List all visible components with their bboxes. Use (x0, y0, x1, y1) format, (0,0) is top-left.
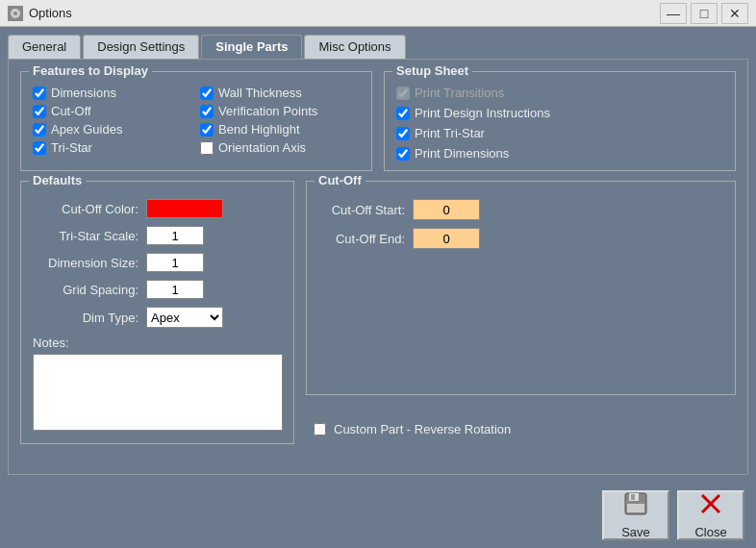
wall-thickness-item: Wall Thickness (200, 86, 360, 100)
tri-star-item: Tri-Star (33, 140, 192, 155)
custom-part-checkbox[interactable] (314, 423, 326, 436)
wall-thickness-label: Wall Thickness (218, 86, 302, 100)
setup-group: Setup Sheet Print Transitions Print Desi… (384, 71, 736, 171)
dim-type-label: Dim Type: (33, 311, 139, 325)
title-bar: Options — □ ✕ (0, 0, 756, 27)
features-group: Features to Display Dimensions Wall Thic… (20, 71, 372, 171)
save-icon (623, 491, 648, 522)
tab-general[interactable]: General (8, 35, 81, 59)
grid-spacing-label: Grid Spacing: (33, 283, 139, 297)
cut-off-label: Cut-Off (51, 104, 91, 118)
main-window: Options — □ ✕ General Design Settings Si… (0, 0, 756, 548)
save-button[interactable]: Save (602, 490, 669, 540)
setup-legend: Setup Sheet (392, 63, 472, 78)
features-legend: Features to Display (29, 63, 152, 78)
print-transitions-label: Print Transitions (415, 86, 504, 100)
middle-row: Defaults Cut-Off Color: Tri-Star Scale: … (20, 181, 736, 444)
main-panel: Features to Display Dimensions Wall Thic… (8, 59, 748, 475)
print-transitions-checkbox[interactable] (396, 87, 410, 100)
cutoff-start-row: Cut-Off Start: (318, 199, 723, 220)
apex-guides-checkbox[interactable] (33, 123, 46, 137)
tri-star-checkbox[interactable] (33, 141, 46, 155)
dim-type-select[interactable]: Apex Standard Custom (146, 307, 223, 328)
print-tri-star-label: Print Tri-Star (415, 126, 485, 140)
cutoff-group: Cut-Off Cut-Off Start: Cut-Off End: (306, 181, 736, 395)
window-title: Options (29, 6, 660, 20)
tab-design-settings[interactable]: Design Settings (83, 35, 199, 59)
maximize-button[interactable]: □ (691, 3, 718, 24)
orientation-axis-checkbox[interactable] (200, 141, 214, 155)
cut-off-color-swatch[interactable] (146, 199, 223, 218)
notes-textarea[interactable] (33, 354, 283, 431)
defaults-legend: Defaults (29, 173, 86, 187)
wall-thickness-checkbox[interactable] (200, 87, 214, 100)
svg-rect-6 (627, 504, 644, 512)
cut-off-checkbox[interactable] (33, 105, 46, 118)
content-area: General Design Settings Single Parts Mis… (0, 27, 756, 483)
close-button[interactable]: Close (677, 490, 744, 540)
print-dimensions-checkbox[interactable] (396, 147, 410, 161)
orientation-axis-item: Orientation Axis (200, 140, 360, 155)
bend-highlight-label: Bend Highlight (218, 122, 300, 137)
verification-points-label: Verification Points (218, 104, 317, 118)
print-transitions-item: Print Transitions (396, 86, 723, 100)
cutoff-end-label: Cut-Off End: (318, 232, 405, 246)
svg-point-2 (13, 12, 17, 15)
features-checkbox-grid: Dimensions Wall Thickness Cut-Off V (33, 86, 360, 155)
bend-highlight-checkbox[interactable] (200, 123, 214, 137)
grid-spacing-row: Grid Spacing: (33, 280, 282, 299)
window-icon (8, 6, 23, 21)
dimension-size-label: Dimension Size: (33, 256, 139, 270)
cut-off-item: Cut-Off (33, 104, 192, 118)
grid-spacing-input[interactable] (146, 280, 204, 299)
print-design-instructions-label: Print Design Instructions (415, 106, 550, 120)
cutoff-end-row: Cut-Off End: (318, 228, 723, 249)
dimensions-label: Dimensions (51, 86, 116, 100)
tri-star-scale-input[interactable] (146, 226, 204, 245)
window-close-button[interactable]: ✕ (721, 3, 748, 24)
orientation-axis-label: Orientation Axis (218, 140, 306, 155)
verification-points-checkbox[interactable] (200, 105, 214, 118)
print-tri-star-checkbox[interactable] (396, 127, 410, 140)
print-dimensions-item: Print Dimensions (396, 146, 723, 161)
bend-highlight-item: Bend Highlight (200, 122, 360, 137)
tri-star-scale-row: Tri-Star Scale: (33, 226, 282, 245)
bottom-bar: Save Close (0, 483, 756, 548)
notes-section: Notes: (33, 336, 282, 434)
verification-points-item: Verification Points (200, 104, 360, 118)
minimize-button[interactable]: — (660, 3, 687, 24)
close-label: Close (694, 525, 726, 539)
close-icon (698, 491, 723, 522)
custom-part-label: Custom Part - Reverse Rotation (334, 422, 511, 436)
print-dimensions-label: Print Dimensions (415, 146, 509, 161)
dim-type-row: Dim Type: Apex Standard Custom (33, 307, 282, 328)
cutoff-end-input[interactable] (413, 228, 480, 249)
dimension-size-row: Dimension Size: (33, 253, 282, 272)
cut-off-color-row: Cut-Off Color: (33, 199, 282, 218)
defaults-group: Defaults Cut-Off Color: Tri-Star Scale: … (20, 181, 294, 444)
dimensions-item: Dimensions (33, 86, 192, 100)
cut-off-color-label: Cut-Off Color: (33, 202, 139, 216)
cutoff-start-input[interactable] (413, 199, 480, 220)
tri-star-label: Tri-Star (51, 140, 92, 155)
top-row: Features to Display Dimensions Wall Thic… (20, 71, 736, 171)
tri-star-scale-label: Tri-Star Scale: (33, 229, 139, 243)
right-col: Cut-Off Cut-Off Start: Cut-Off End: (306, 181, 736, 444)
save-label: Save (621, 525, 650, 539)
tab-bar: General Design Settings Single Parts Mis… (8, 35, 748, 59)
tab-single-parts[interactable]: Single Parts (201, 35, 302, 59)
svg-rect-5 (631, 494, 635, 500)
custom-part-row: Custom Part - Reverse Rotation (306, 414, 736, 444)
apex-guides-label: Apex Guides (51, 122, 122, 137)
cutoff-start-label: Cut-Off Start: (318, 203, 405, 217)
cutoff-legend: Cut-Off (315, 173, 365, 187)
print-tri-star-item: Print Tri-Star (396, 126, 723, 140)
dimension-size-input[interactable] (146, 253, 204, 272)
apex-guides-item: Apex Guides (33, 122, 192, 137)
window-controls: — □ ✕ (660, 3, 748, 24)
tab-misc-options[interactable]: Misc Options (304, 35, 405, 59)
print-design-instructions-item: Print Design Instructions (396, 106, 723, 120)
dimensions-checkbox[interactable] (33, 87, 46, 100)
notes-label: Notes: (33, 336, 282, 350)
print-design-instructions-checkbox[interactable] (396, 107, 410, 120)
